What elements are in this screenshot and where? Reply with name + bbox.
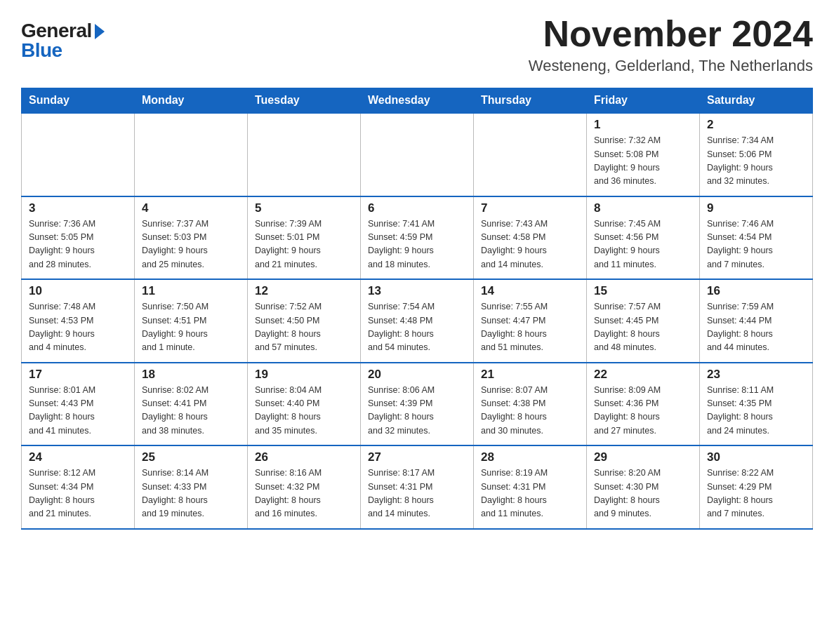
day-info: Sunrise: 7:32 AM Sunset: 5:08 PM Dayligh… [594, 134, 692, 189]
day-info: Sunrise: 7:34 AM Sunset: 5:06 PM Dayligh… [707, 134, 805, 189]
table-row: 17Sunrise: 8:01 AM Sunset: 4:43 PM Dayli… [22, 363, 135, 446]
day-info: Sunrise: 8:06 AM Sunset: 4:39 PM Dayligh… [368, 384, 466, 438]
table-row: 1Sunrise: 7:32 AM Sunset: 5:08 PM Daylig… [587, 113, 700, 196]
table-row: 4Sunrise: 7:37 AM Sunset: 5:03 PM Daylig… [135, 196, 248, 280]
day-info: Sunrise: 7:50 AM Sunset: 4:51 PM Dayligh… [142, 300, 240, 355]
day-info: Sunrise: 8:07 AM Sunset: 4:38 PM Dayligh… [481, 384, 579, 438]
day-number: 17 [29, 368, 127, 382]
calendar-table: Sunday Monday Tuesday Wednesday Thursday… [21, 88, 813, 530]
day-number: 3 [29, 201, 127, 215]
calendar-week-row: 24Sunrise: 8:12 AM Sunset: 4:34 PM Dayli… [22, 445, 813, 529]
day-info: Sunrise: 7:57 AM Sunset: 4:45 PM Dayligh… [594, 300, 692, 355]
header-sunday: Sunday [22, 88, 135, 114]
logo: General Blue [21, 21, 105, 60]
calendar-week-row: 3Sunrise: 7:36 AM Sunset: 5:05 PM Daylig… [22, 196, 813, 280]
day-number: 16 [707, 284, 805, 298]
day-info: Sunrise: 8:12 AM Sunset: 4:34 PM Dayligh… [29, 467, 127, 521]
day-number: 24 [29, 450, 127, 464]
location-subtitle: Westeneng, Gelderland, The Netherlands [529, 57, 813, 75]
calendar-week-row: 1Sunrise: 7:32 AM Sunset: 5:08 PM Daylig… [22, 113, 813, 196]
day-info: Sunrise: 7:43 AM Sunset: 4:58 PM Dayligh… [481, 217, 579, 272]
table-row: 22Sunrise: 8:09 AM Sunset: 4:36 PM Dayli… [587, 363, 700, 446]
day-number: 28 [481, 450, 579, 464]
day-number: 29 [594, 450, 692, 464]
day-info: Sunrise: 8:11 AM Sunset: 4:35 PM Dayligh… [707, 384, 805, 438]
day-info: Sunrise: 8:19 AM Sunset: 4:31 PM Dayligh… [481, 467, 579, 521]
day-info: Sunrise: 7:45 AM Sunset: 4:56 PM Dayligh… [594, 217, 692, 272]
table-row: 27Sunrise: 8:17 AM Sunset: 4:31 PM Dayli… [361, 445, 474, 529]
day-number: 10 [29, 284, 127, 298]
table-row: 28Sunrise: 8:19 AM Sunset: 4:31 PM Dayli… [474, 445, 587, 529]
day-info: Sunrise: 7:41 AM Sunset: 4:59 PM Dayligh… [368, 217, 466, 272]
day-number: 19 [255, 368, 353, 382]
day-info: Sunrise: 7:55 AM Sunset: 4:47 PM Dayligh… [481, 300, 579, 355]
day-number: 6 [368, 201, 466, 215]
day-number: 4 [142, 201, 240, 215]
table-row: 26Sunrise: 8:16 AM Sunset: 4:32 PM Dayli… [248, 445, 361, 529]
day-info: Sunrise: 8:04 AM Sunset: 4:40 PM Dayligh… [255, 384, 353, 438]
header-wednesday: Wednesday [361, 88, 474, 114]
day-number: 13 [368, 284, 466, 298]
table-row: 23Sunrise: 8:11 AM Sunset: 4:35 PM Dayli… [700, 363, 813, 446]
logo-arrow-icon [95, 24, 105, 39]
day-info: Sunrise: 8:17 AM Sunset: 4:31 PM Dayligh… [368, 467, 466, 521]
day-number: 9 [707, 201, 805, 215]
day-number: 5 [255, 201, 353, 215]
day-number: 15 [594, 284, 692, 298]
day-info: Sunrise: 7:52 AM Sunset: 4:50 PM Dayligh… [255, 300, 353, 355]
day-info: Sunrise: 7:39 AM Sunset: 5:01 PM Dayligh… [255, 217, 353, 272]
day-info: Sunrise: 8:22 AM Sunset: 4:29 PM Dayligh… [707, 467, 805, 521]
calendar-week-row: 17Sunrise: 8:01 AM Sunset: 4:43 PM Dayli… [22, 363, 813, 446]
table-row: 30Sunrise: 8:22 AM Sunset: 4:29 PM Dayli… [700, 445, 813, 529]
day-info: Sunrise: 7:59 AM Sunset: 4:44 PM Dayligh… [707, 300, 805, 355]
day-info: Sunrise: 8:09 AM Sunset: 4:36 PM Dayligh… [594, 384, 692, 438]
table-row: 2Sunrise: 7:34 AM Sunset: 5:06 PM Daylig… [700, 113, 813, 196]
table-row: 16Sunrise: 7:59 AM Sunset: 4:44 PM Dayli… [700, 279, 813, 363]
header-tuesday: Tuesday [248, 88, 361, 114]
day-number: 18 [142, 368, 240, 382]
day-number: 2 [707, 118, 805, 132]
day-info: Sunrise: 7:37 AM Sunset: 5:03 PM Dayligh… [142, 217, 240, 272]
day-number: 1 [594, 118, 692, 132]
table-row: 8Sunrise: 7:45 AM Sunset: 4:56 PM Daylig… [587, 196, 700, 280]
day-number: 23 [707, 368, 805, 382]
day-info: Sunrise: 7:48 AM Sunset: 4:53 PM Dayligh… [29, 300, 127, 355]
table-row: 24Sunrise: 8:12 AM Sunset: 4:34 PM Dayli… [22, 445, 135, 529]
day-number: 22 [594, 368, 692, 382]
table-row: 3Sunrise: 7:36 AM Sunset: 5:05 PM Daylig… [22, 196, 135, 280]
table-row: 15Sunrise: 7:57 AM Sunset: 4:45 PM Dayli… [587, 279, 700, 363]
table-row: 29Sunrise: 8:20 AM Sunset: 4:30 PM Dayli… [587, 445, 700, 529]
day-number: 14 [481, 284, 579, 298]
day-number: 26 [255, 450, 353, 464]
day-number: 25 [142, 450, 240, 464]
table-row [248, 113, 361, 196]
month-title: November 2024 [529, 14, 813, 54]
day-number: 8 [594, 201, 692, 215]
page-header: General Blue November 2024 Westeneng, Ge… [21, 14, 813, 75]
table-row: 13Sunrise: 7:54 AM Sunset: 4:48 PM Dayli… [361, 279, 474, 363]
day-info: Sunrise: 8:02 AM Sunset: 4:41 PM Dayligh… [142, 384, 240, 438]
table-row: 14Sunrise: 7:55 AM Sunset: 4:47 PM Dayli… [474, 279, 587, 363]
day-info: Sunrise: 7:46 AM Sunset: 4:54 PM Dayligh… [707, 217, 805, 272]
day-info: Sunrise: 8:01 AM Sunset: 4:43 PM Dayligh… [29, 384, 127, 438]
table-row: 25Sunrise: 8:14 AM Sunset: 4:33 PM Dayli… [135, 445, 248, 529]
table-row: 18Sunrise: 8:02 AM Sunset: 4:41 PM Dayli… [135, 363, 248, 446]
table-row [22, 113, 135, 196]
header-friday: Friday [587, 88, 700, 114]
day-number: 11 [142, 284, 240, 298]
table-row [135, 113, 248, 196]
header-monday: Monday [135, 88, 248, 114]
table-row: 5Sunrise: 7:39 AM Sunset: 5:01 PM Daylig… [248, 196, 361, 280]
calendar-header-row: Sunday Monday Tuesday Wednesday Thursday… [22, 88, 813, 114]
day-info: Sunrise: 8:16 AM Sunset: 4:32 PM Dayligh… [255, 467, 353, 521]
header-thursday: Thursday [474, 88, 587, 114]
day-number: 27 [368, 450, 466, 464]
logo-general-text: General [21, 21, 92, 41]
table-row: 12Sunrise: 7:52 AM Sunset: 4:50 PM Dayli… [248, 279, 361, 363]
table-row: 19Sunrise: 8:04 AM Sunset: 4:40 PM Dayli… [248, 363, 361, 446]
day-info: Sunrise: 7:54 AM Sunset: 4:48 PM Dayligh… [368, 300, 466, 355]
table-row: 20Sunrise: 8:06 AM Sunset: 4:39 PM Dayli… [361, 363, 474, 446]
table-row [474, 113, 587, 196]
day-number: 30 [707, 450, 805, 464]
day-info: Sunrise: 8:20 AM Sunset: 4:30 PM Dayligh… [594, 467, 692, 521]
